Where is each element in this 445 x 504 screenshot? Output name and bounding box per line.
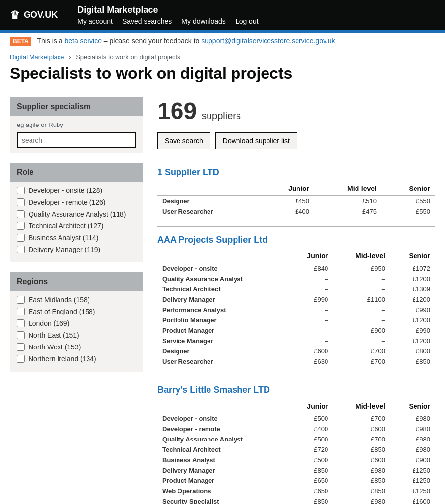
region-checkbox-northern-ireland[interactable] [17, 355, 25, 363]
beta-email-link[interactable]: support@digitalservicesstore.service.gov… [201, 37, 335, 45]
role-cell: Developer - onsite [157, 263, 288, 274]
regions-checkbox-list: East Midlands (158) East of England (158… [10, 291, 143, 372]
role-filter-header: Role [10, 163, 143, 182]
supplier-name-link[interactable]: AAA Projects Supplier Ltd [157, 235, 435, 245]
nav-my-downloads[interactable]: My downloads [181, 17, 226, 25]
midlevel-cell: £700 [333, 356, 390, 367]
role-checkbox-developer-remote[interactable] [17, 198, 25, 206]
role-cell: Developer - onsite [157, 413, 288, 424]
download-supplier-list-button[interactable]: Download supplier list [215, 132, 297, 149]
breadcrumb: Digital Marketplace › Specialists to wor… [0, 49, 445, 64]
region-checkbox-north-west[interactable] [17, 343, 25, 351]
midlevel-cell: £950 [333, 263, 390, 274]
midlevel-cell: £1100 [333, 294, 390, 305]
senior-cell: £1072 [390, 263, 435, 274]
midlevel-cell: – [333, 336, 390, 346]
table-row: Security Specialist £850 £980 £1600 [157, 496, 435, 504]
role-cell: Designer [157, 346, 288, 356]
midlevel-cell: £850 [333, 475, 390, 486]
supplier-name-link[interactable]: Barry's Little Smasher LTD [157, 385, 435, 395]
page-title: Specialists to work on digital projects [10, 64, 435, 83]
role-checkbox-developer-onsite[interactable] [17, 187, 25, 194]
action-buttons: Save search Download supplier list [157, 132, 435, 149]
page-title-section: Specialists to work on digital projects [0, 64, 445, 88]
nav-saved-searches[interactable]: Saved searches [122, 17, 172, 25]
supplier-section: Barry's Little Smasher LTD Junior Mid-le… [157, 377, 435, 504]
junior-cell: £600 [288, 346, 333, 356]
midlevel-cell: £700 [333, 346, 390, 356]
rate-table: Junior Mid-level Senior Developer - onsi… [157, 250, 435, 367]
junior-cell: – [288, 325, 333, 336]
midlevel-cell: £980 [333, 496, 390, 504]
role-checkbox-qa[interactable] [17, 210, 25, 218]
midlevel-cell: – [333, 305, 390, 315]
role-label: Technical Architect (127) [29, 222, 104, 230]
region-checkbox-london[interactable] [17, 319, 25, 327]
main-nav: Digital Marketplace My account Saved sea… [77, 5, 435, 25]
region-checkbox-north-east[interactable] [17, 331, 25, 339]
role-checkbox-business-analyst[interactable] [17, 234, 25, 242]
role-cell: Business Analyst [157, 455, 288, 465]
midlevel-cell: £600 [333, 424, 390, 434]
supplier-name-link[interactable]: 1 Supplier LTD [157, 167, 435, 178]
junior-cell: – [288, 284, 333, 294]
role-cell: Quality Assurance Analyst [157, 274, 288, 284]
region-label: North West (153) [29, 343, 81, 351]
col-header-senior: Senior [382, 183, 435, 196]
role-checkbox-delivery-manager[interactable] [17, 246, 25, 253]
table-row: Designer £600 £700 £800 [157, 346, 435, 356]
role-checkbox-tech-arch[interactable] [17, 222, 25, 230]
junior-cell: £840 [288, 263, 333, 274]
senior-cell: £980 [390, 413, 435, 424]
junior-cell: £500 [288, 455, 333, 465]
table-row: Web Operations £650 £850 £1250 [157, 486, 435, 496]
supplier-count-row: 169 suppliers [157, 97, 435, 125]
beta-service-link[interactable]: beta service [64, 37, 101, 45]
col-header-junior: Junior [261, 183, 314, 196]
table-row: Product Manager £650 £850 £1250 [157, 475, 435, 486]
role-cell: Quality Assurance Analyst [157, 434, 288, 444]
table-row: Technical Architect – – £1309 [157, 284, 435, 294]
search-input[interactable] [17, 132, 136, 148]
nav-my-account[interactable]: My account [77, 17, 113, 25]
region-label: Northern Ireland (134) [29, 355, 96, 363]
midlevel-cell: £475 [314, 206, 382, 217]
junior-cell: £850 [288, 496, 333, 504]
col-header-midlevel: Mid-level [333, 400, 390, 413]
region-checkbox-east-england[interactable] [17, 308, 25, 315]
col-header-senior: Senior [390, 400, 435, 413]
role-label: Quality Assurance Analyst (118) [29, 210, 126, 218]
table-row: Developer - onsite £500 £700 £980 [157, 413, 435, 424]
specialism-filter-header: Supplier specialism [10, 97, 143, 116]
role-cell: Technical Architect [157, 444, 288, 455]
beta-text: This is a [37, 37, 64, 45]
role-cell: Delivery Manager [157, 465, 288, 475]
breadcrumb-home[interactable]: Digital Marketplace [10, 53, 64, 61]
senior-cell: £1200 [390, 274, 435, 284]
list-item: Northern Ireland (134) [17, 355, 136, 363]
senior-cell: £850 [390, 356, 435, 367]
region-checkbox-east-midlands[interactable] [17, 296, 25, 304]
col-header-junior: Junior [288, 250, 333, 263]
role-cell: Developer - remote [157, 424, 288, 434]
junior-cell: £500 [288, 434, 333, 444]
senior-cell: £550 [382, 206, 435, 217]
save-search-button[interactable]: Save search [157, 132, 210, 149]
table-row: Quality Assurance Analyst – – £1200 [157, 274, 435, 284]
nav-log-out[interactable]: Log out [236, 17, 259, 25]
table-row: Portfolio Manager – – £1200 [157, 315, 435, 325]
senior-cell: £800 [390, 346, 435, 356]
midlevel-cell: – [333, 315, 390, 325]
beta-middle-text: – please send your feedback to [104, 37, 201, 45]
junior-cell: £650 [288, 486, 333, 496]
list-item: North West (153) [17, 343, 136, 351]
site-name: Digital Marketplace [77, 5, 435, 15]
midlevel-cell: – [333, 284, 390, 294]
region-label: East of England (158) [29, 308, 95, 315]
col-header-midlevel: Mid-level [314, 183, 382, 196]
col-header-role [157, 400, 288, 413]
list-item: East of England (158) [17, 308, 136, 315]
midlevel-cell: £850 [333, 444, 390, 455]
table-row: Designer £450 £510 £550 [157, 196, 435, 207]
main-content: Supplier specialism eg agile or Ruby Rol… [0, 88, 445, 504]
